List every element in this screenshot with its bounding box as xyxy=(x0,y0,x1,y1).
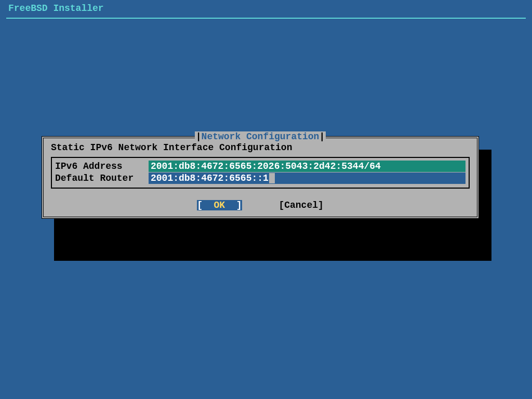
cancel-button-label: Cancel xyxy=(284,200,318,210)
ipv6-address-input[interactable]: 2001:db8:4672:6565:2026:5043:2d42:5344/6… xyxy=(149,161,466,172)
form-row-router: Default Router 2001:db8:4672:6565::1 xyxy=(55,172,466,184)
header-title: FreeBSD Installer xyxy=(0,0,532,18)
dialog-title-text: Network Configuration xyxy=(202,131,320,142)
ok-button[interactable]: [ OK ] xyxy=(197,200,242,210)
default-router-input[interactable]: 2001:db8:4672:6565::1 xyxy=(149,172,466,184)
default-router-value: 2001:db8:4672:6565::1 xyxy=(151,173,269,183)
text-cursor xyxy=(269,173,275,183)
button-row: [ OK ] [Cancel] xyxy=(44,200,477,210)
ok-button-label: OK xyxy=(214,200,225,210)
cancel-button[interactable]: [Cancel] xyxy=(278,200,323,210)
dialog-title: |Network Configuration| xyxy=(195,131,326,142)
ipv6-address-label: IPv6 Address xyxy=(55,161,149,172)
dialog-subtitle: Static IPv6 Network Interface Configurat… xyxy=(44,140,477,157)
default-router-label: Default Router xyxy=(55,172,149,184)
form-box: IPv6 Address 2001:db8:4672:6565:2026:504… xyxy=(51,157,470,189)
form-row-ipv6: IPv6 Address 2001:db8:4672:6565:2026:504… xyxy=(55,161,466,172)
header-divider xyxy=(6,18,526,19)
network-config-dialog: |Network Configuration| Static IPv6 Netw… xyxy=(42,136,479,219)
